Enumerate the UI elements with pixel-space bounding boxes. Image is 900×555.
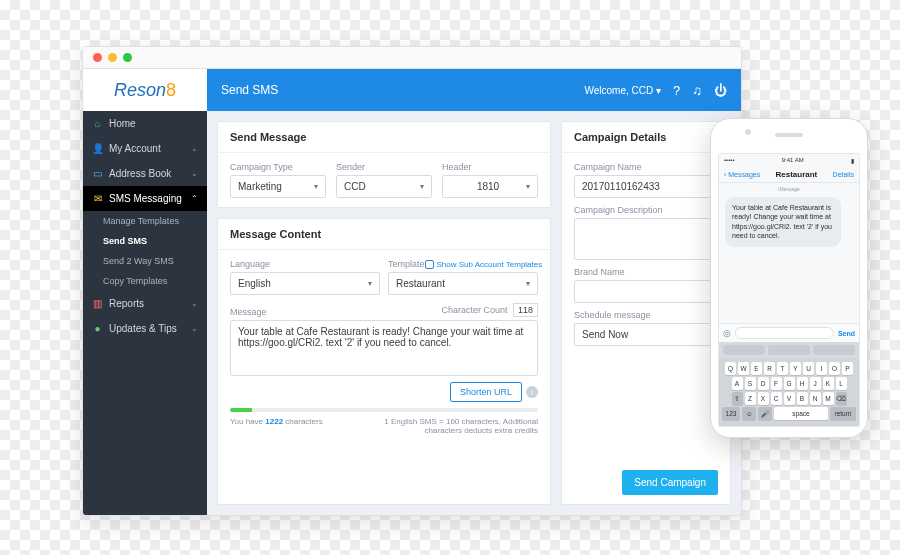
welcome-user[interactable]: Welcome, CCD ▾ [585,85,662,96]
camera-icon[interactable]: ◎ [723,328,731,338]
phone-message-input[interactable] [735,327,834,339]
key-p[interactable]: P [842,362,853,375]
key-l[interactable]: L [836,377,847,390]
template-label: Template [388,259,425,269]
sidebar-sub-send-2way[interactable]: Send 2 Way SMS [83,251,207,271]
key-x[interactable]: X [758,392,769,405]
key-v[interactable]: V [784,392,795,405]
brand-name-input[interactable] [574,280,718,303]
send-campaign-button[interactable]: Send Campaign [622,470,718,495]
sidebar-label: My Account [109,143,161,154]
checkbox-label: Show Sub Account Templates [437,260,543,269]
sidebar-sub-manage-templates[interactable]: Manage Templates [83,211,207,231]
key-o[interactable]: O [829,362,840,375]
phone-send-button[interactable]: Send [838,330,855,337]
key-m[interactable]: M [823,392,834,405]
minimize-window-icon[interactable] [108,53,117,62]
panel-title: Campaign Details [562,122,730,153]
info-icon[interactable]: i [526,386,538,398]
phone-thread-meta: iMessage [719,183,859,195]
shift-key[interactable]: ⇧ [732,392,743,405]
logo-text: Reson [114,80,166,100]
close-window-icon[interactable] [93,53,102,62]
sidebar-item-sms-messaging[interactable]: ✉SMS Messaging ⌃ [83,186,207,211]
checkbox-icon[interactable] [425,260,434,269]
language-select[interactable]: English▾ [230,272,380,295]
headphones-icon[interactable]: ♫ [692,83,702,98]
sidebar-item-account[interactable]: 👤My Account ⌄ [83,136,207,161]
phone-time: 9:41 AM [782,157,804,164]
key-h[interactable]: H [797,377,808,390]
key-g[interactable]: G [784,377,795,390]
shorten-url-button[interactable]: Shorten URL [450,382,522,402]
select-value: CCD [344,181,366,192]
character-count: Character Count 118 [441,303,538,317]
window-controls [83,47,741,69]
return-key[interactable]: return [830,407,856,420]
key-z[interactable]: Z [745,392,756,405]
show-sub-account-templates[interactable]: Show Sub Account Templates [425,260,543,269]
language-label: Language [230,259,380,269]
home-icon: ⌂ [92,118,103,129]
campaign-details-panel: Campaign Details Campaign Name Campaign … [561,121,731,505]
phone-thread-title: Restaurant [775,170,817,179]
key-u[interactable]: U [803,362,814,375]
key-q[interactable]: Q [725,362,736,375]
backspace-key[interactable]: ⌫ [836,392,847,405]
schedule-select[interactable]: Send Now [574,323,718,346]
campaign-desc-textarea[interactable] [574,218,718,260]
help-icon[interactable]: ? [673,83,680,98]
phone-keyboard: QWERTYUIOP ASDFGHJKL ⇧ ZXCVBNM ⌫ 123 ☺ 🎤… [719,358,859,426]
sender-select[interactable]: CCD▾ [336,175,432,198]
key-e[interactable]: E [751,362,762,375]
battery-icon: ▮ [851,157,854,164]
campaign-type-select[interactable]: Marketing▾ [230,175,326,198]
power-icon[interactable]: ⏻ [714,83,727,98]
sidebar-sub-copy-templates[interactable]: Copy Templates [83,271,207,291]
space-key[interactable]: space [774,407,828,420]
key-i[interactable]: I [816,362,827,375]
caret-down-icon: ▾ [314,182,318,191]
sidebar-item-address-book[interactable]: ▭Address Book ⌄ [83,161,207,186]
key-t[interactable]: T [777,362,788,375]
key-k[interactable]: K [823,377,834,390]
key-w[interactable]: W [738,362,749,375]
sidebar-item-home[interactable]: ⌂Home [83,111,207,136]
sidebar-sub-send-sms[interactable]: Send SMS [83,231,207,251]
sidebar-label: Address Book [109,168,171,179]
phone-compose-bar: ◎ Send [719,323,859,342]
emoji-key[interactable]: ☺ [742,407,756,420]
message-textarea[interactable] [230,320,538,376]
sidebar-item-updates[interactable]: ●Updates & Tips ⌄ [83,316,207,341]
key-y[interactable]: Y [790,362,801,375]
template-select[interactable]: Restaurant▾ [388,272,538,295]
header-select[interactable]: 1810▾ [442,175,538,198]
sender-label: Sender [336,162,432,172]
page-title: Send SMS [221,83,278,97]
message-bubble: Your table at Cafe Restaurant is ready! … [725,197,841,247]
envelope-icon: ✉ [92,193,103,204]
maximize-window-icon[interactable] [123,53,132,62]
key-j[interactable]: J [810,377,821,390]
key-s[interactable]: S [745,377,756,390]
mic-key[interactable]: 🎤 [758,407,772,420]
sidebar: ⌂Home 👤My Account ⌄ ▭Address Book ⌄ ✉SMS… [83,111,207,515]
campaign-name-input[interactable] [574,175,718,198]
key-f[interactable]: F [771,377,782,390]
phone-back-button[interactable]: ‹ Messages [724,171,760,178]
select-value: Send Now [582,329,628,340]
numeric-key[interactable]: 123 [722,407,740,420]
phone-details-button[interactable]: Details [833,171,854,178]
key-c[interactable]: C [771,392,782,405]
key-b[interactable]: B [797,392,808,405]
select-value: 1810 [450,181,526,192]
send-message-panel: Send Message Campaign Type Marketing▾ [217,121,551,208]
schedule-label: Schedule message [574,310,718,320]
sidebar-item-reports[interactable]: ▥Reports ⌄ [83,291,207,316]
keyboard-suggestions [719,342,859,358]
key-a[interactable]: A [732,377,743,390]
key-n[interactable]: N [810,392,821,405]
key-r[interactable]: R [764,362,775,375]
key-d[interactable]: D [758,377,769,390]
chevron-down-icon: ⌄ [191,169,198,178]
